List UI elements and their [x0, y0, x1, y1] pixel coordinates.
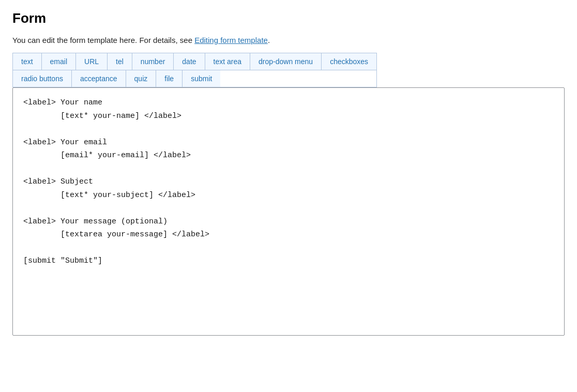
- description-text: You can edit the form template here. For…: [12, 36, 565, 44]
- tag-buttons-row2: radio buttonsacceptancequizfilesubmit: [13, 70, 376, 87]
- btn-tel[interactable]: tel: [108, 53, 132, 70]
- btn-text[interactable]: text: [13, 53, 42, 70]
- btn-radio[interactable]: radio buttons: [13, 70, 72, 87]
- btn-date[interactable]: date: [174, 53, 205, 70]
- tag-buttons-row1: textemailURLtelnumberdatetext areadrop-d…: [13, 53, 376, 70]
- btn-dropdown[interactable]: drop-down menu: [250, 53, 322, 70]
- btn-number[interactable]: number: [132, 53, 174, 70]
- btn-checkboxes[interactable]: checkboxes: [322, 53, 376, 70]
- tag-buttons-container: textemailURLtelnumberdatetext areadrop-d…: [12, 53, 377, 87]
- description-suffix: .: [268, 36, 270, 44]
- description-prefix: You can edit the form template here. For…: [12, 36, 194, 44]
- btn-submit[interactable]: submit: [183, 70, 220, 87]
- btn-url[interactable]: URL: [76, 53, 108, 70]
- btn-textarea[interactable]: text area: [205, 53, 250, 70]
- page-title: Form: [12, 10, 565, 26]
- form-template-editor[interactable]: <label> Your name [text* your-name] </la…: [12, 87, 565, 336]
- btn-file[interactable]: file: [156, 70, 183, 87]
- btn-quiz[interactable]: quiz: [126, 70, 157, 87]
- editing-form-template-link[interactable]: Editing form template: [194, 36, 268, 44]
- btn-email[interactable]: email: [42, 53, 76, 70]
- btn-acceptance[interactable]: acceptance: [72, 70, 126, 87]
